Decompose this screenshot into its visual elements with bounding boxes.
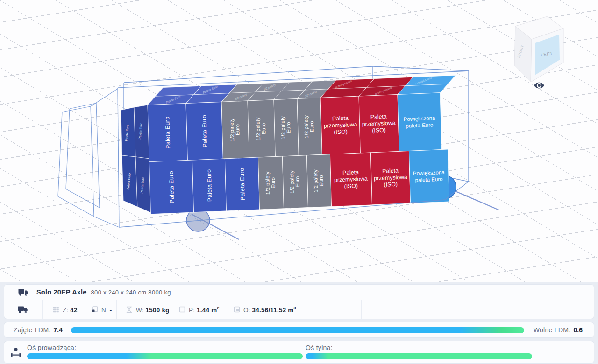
pallet-label-line: (ISO) bbox=[384, 181, 398, 188]
pallet-label-line: 1/2 palety bbox=[280, 116, 286, 140]
stat-value: 42 bbox=[70, 306, 77, 313]
stat-value: - bbox=[110, 306, 112, 313]
stat-unstackable: N: - bbox=[81, 300, 117, 319]
cab-link-top bbox=[91, 89, 118, 106]
stat-value: 1.44 m bbox=[197, 306, 217, 313]
cab-back-near bbox=[91, 106, 94, 217]
stats-row: Z: 42 N: - W: 1500 kg P: 1.44 m2 bbox=[4, 300, 594, 319]
pallet-label-line: (ISO) bbox=[334, 128, 348, 135]
ldm-used-value: 7.4 bbox=[54, 326, 63, 334]
pallet-big-euro[interactable] bbox=[409, 149, 449, 203]
pallet-count-icon bbox=[53, 306, 59, 313]
pallet-label-line: paleta Euro bbox=[415, 176, 443, 183]
wire-corner-near-left bbox=[118, 88, 119, 227]
pallet-label: Paleta Euro bbox=[168, 171, 175, 203]
pallet-label-line: Euro bbox=[294, 176, 300, 188]
stat-sup: 3 bbox=[294, 306, 296, 310]
stat-label: Z: bbox=[63, 306, 68, 313]
pallet-label-line: 1/2 palety bbox=[264, 171, 271, 195]
stats-spacer bbox=[362, 300, 594, 319]
vehicle-card: Solo 20EP Axle 800 x 240 x 240 cm 8000 k… bbox=[4, 284, 594, 319]
axle-icon bbox=[11, 348, 21, 357]
ldm-card: Zajęte LDM: 7.4 Wolne LDM: 0.6 bbox=[4, 322, 594, 338]
stat-area: P: 1.44 m2 bbox=[170, 300, 223, 319]
axle-icon-wrap bbox=[4, 341, 27, 363]
vehicle-header-row[interactable]: Solo 20EP Axle 800 x 240 x 240 cm 8000 k… bbox=[4, 285, 594, 300]
pallet-big-euro[interactable] bbox=[398, 93, 441, 152]
rear-axle-line bbox=[451, 189, 499, 210]
axle-rear-label: Oś tylna: bbox=[306, 344, 532, 351]
axle-rear-group: Oś tylna: bbox=[306, 341, 532, 363]
pallet-label-line: Euro bbox=[318, 175, 324, 187]
axle-front-label: Oś prowadząca: bbox=[27, 344, 303, 351]
cab-back-far bbox=[96, 103, 100, 208]
vehicle-name: Solo 20EP Axle bbox=[36, 288, 87, 296]
axle-front-group: Oś prowadząca: bbox=[27, 341, 303, 363]
pallet-label-line: Euro bbox=[309, 121, 315, 133]
eye-icon[interactable] bbox=[534, 83, 544, 89]
stat-value: 1500 kg bbox=[146, 306, 170, 313]
pallet-label-line: 1/2 palety bbox=[229, 118, 235, 141]
cab-wireframe bbox=[58, 89, 119, 227]
ldm-progress-bar bbox=[71, 327, 524, 333]
pallet-label-line: 1/2 palety bbox=[313, 169, 319, 193]
ldm-free-value: 0.6 bbox=[574, 326, 583, 334]
pallet-label-line: Paleta bbox=[370, 113, 387, 120]
pallet-label-line: (ISO) bbox=[344, 182, 358, 189]
area-icon bbox=[179, 306, 185, 313]
cab-front-far bbox=[66, 109, 70, 189]
pallet-stack-end-face[interactable]: Paleta Euro Paleta Euro Paleta Euro Pale… bbox=[121, 105, 151, 213]
pallet-label-line: Euro bbox=[261, 123, 267, 134]
truck-icon bbox=[18, 288, 29, 296]
stat-sup: 2 bbox=[217, 306, 219, 310]
pallet-label-line: (ISO) bbox=[372, 127, 386, 134]
axle-spacer bbox=[532, 341, 594, 363]
wire-roof-rear bbox=[373, 66, 469, 71]
vehicle-dimensions: 800 x 240 x 240 cm 8000 kg bbox=[91, 289, 171, 296]
pallet-label-line: 1/2 palety bbox=[255, 117, 261, 140]
stat-label: O: bbox=[243, 306, 250, 313]
stat-volume: O: 34.56/11.52 m3 bbox=[223, 300, 362, 319]
stat-pallet-count: Z: 42 bbox=[43, 300, 81, 319]
info-panel: Solo 20EP Axle 800 x 240 x 240 cm 8000 k… bbox=[0, 282, 598, 364]
pallet-label: Paleta Euro bbox=[164, 116, 171, 149]
axle-front-bar bbox=[27, 353, 303, 359]
cab-bottom-far bbox=[66, 189, 100, 208]
pallet-label-line: Paleta bbox=[342, 169, 359, 176]
pallet-label: Paleta Euro bbox=[239, 168, 246, 200]
truck-icon bbox=[18, 306, 29, 314]
stat-label: W: bbox=[136, 306, 144, 313]
pallet-label-line: Euro bbox=[235, 124, 241, 136]
stat-label: N: bbox=[101, 306, 108, 313]
eye-pupil bbox=[538, 84, 541, 87]
pallet-label-line: Euro bbox=[270, 177, 276, 189]
pallet-label-line: 1/2 palety bbox=[289, 170, 295, 194]
pallet-label-line: Euro bbox=[285, 122, 292, 133]
pallet-label: Paleta Euro bbox=[206, 169, 213, 202]
ldm-used-label: Zajęte LDM: bbox=[14, 326, 51, 334]
boxes-icon bbox=[92, 306, 98, 313]
viewport-3d[interactable]: Paleta Euro Paleta Euro Paleta Euro Pale… bbox=[0, 0, 598, 282]
stat-label: P: bbox=[189, 306, 195, 313]
ldm-free-label: Wolne LDM: bbox=[534, 326, 571, 334]
pallet-label-line: paleta Euro bbox=[406, 122, 433, 128]
weight-icon bbox=[126, 306, 133, 313]
scene-canvas: Paleta Euro Paleta Euro Paleta Euro Pale… bbox=[0, 0, 598, 282]
axle-load-card: Oś prowadząca: Oś tylna: bbox=[4, 341, 594, 364]
stat-value: 34.56/11.52 m bbox=[252, 306, 294, 313]
cab-front-near bbox=[58, 112, 62, 196]
pallet-label-line: 1/2 palety bbox=[303, 115, 309, 138]
volume-icon bbox=[234, 306, 240, 313]
pallet-label-line: Paleta bbox=[382, 167, 399, 174]
pallet-label: Paleta Euro bbox=[201, 115, 208, 147]
cab-link-bottom bbox=[94, 217, 119, 227]
view-cube[interactable]: LEFT FRONT bbox=[514, 16, 563, 82]
axle-rear-bar bbox=[306, 353, 532, 359]
stats-vehicle-cell bbox=[4, 300, 43, 319]
pallet-stack[interactable]: Paleta Euro Paleta Euro 1/2 palety 1/2 p… bbox=[147, 75, 459, 214]
stat-weight: W: 1500 kg bbox=[117, 300, 170, 319]
cab-bottom-near bbox=[58, 196, 94, 217]
pallet-label-line: Paleta bbox=[332, 115, 349, 122]
